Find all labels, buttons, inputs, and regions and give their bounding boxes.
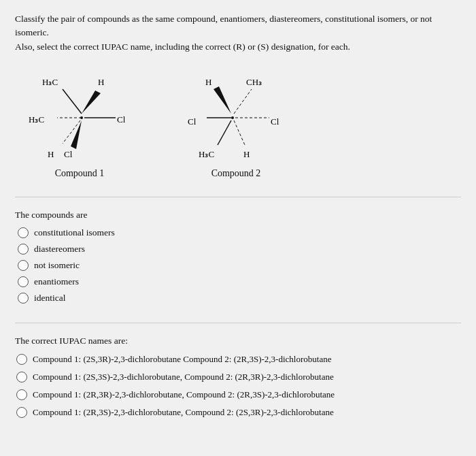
divider1	[15, 197, 461, 197]
iupac-section: The correct IUPAC names are: Compound 1:…	[15, 336, 461, 419]
instructions-block: Classify the pair of compounds as the sa…	[15, 12, 461, 54]
iupac-radio-3[interactable]	[16, 389, 27, 400]
compound1-label: Compound 1	[55, 168, 105, 179]
radio-enantiomers[interactable]	[18, 276, 29, 287]
compound1-structure: H₃C H H₃C Cl H Cl	[22, 65, 137, 165]
c1-h3c-left: H₃C	[29, 114, 44, 125]
c1-wedge-top	[82, 91, 101, 114]
c1-h-top: H	[98, 77, 104, 87]
radio-item-constitutional[interactable]: constitutional isomers	[18, 227, 461, 238]
iupac-radio-4[interactable]	[16, 407, 27, 418]
iupac-title: The correct IUPAC names are:	[15, 336, 461, 346]
iupac-item-2[interactable]: Compound 1: (2S,3S)-2,3-dichlorobutane, …	[16, 371, 461, 383]
svg-line-8	[234, 120, 245, 145]
iupac-label-3: Compound 1: (2R,3R)-2,3-dichlorobutane, …	[33, 389, 335, 401]
compounds-row: H₃C H H₃C Cl H Cl Com	[22, 65, 461, 179]
c2-cl-left: Cl	[188, 116, 197, 127]
iupac-item-3[interactable]: Compound 1: (2R,3R)-2,3-dichlorobutane, …	[16, 389, 461, 401]
radio-diastereomers[interactable]	[18, 244, 29, 255]
c2-h3c-bottom: H₃C	[199, 149, 214, 159]
svg-line-7	[218, 120, 231, 145]
svg-line-4	[234, 89, 252, 114]
radio-enantiomers-label: enantiomers	[34, 276, 79, 287]
radio-constitutional[interactable]	[18, 227, 29, 238]
radio-item-notisomeric[interactable]: not isomeric	[18, 260, 461, 271]
radio-identical[interactable]	[18, 293, 29, 304]
c2-h-bottom: H	[243, 149, 250, 159]
radio-item-enantiomers[interactable]: enantiomers	[18, 276, 461, 287]
iupac-label-2: Compound 1: (2S,3S)-2,3-dichlorobutane, …	[33, 371, 334, 383]
c1-h3c-top: H₃C	[42, 77, 58, 87]
iupac-item-1[interactable]: Compound 1: (2S,3R)-2,3-dichlorobutane C…	[16, 353, 461, 365]
section1-label: The compounds are	[15, 210, 461, 221]
radio-notisomeric[interactable]	[18, 260, 29, 271]
c1-cl-bottom: Cl	[64, 149, 73, 159]
radio-notisomeric-label: not isomeric	[34, 260, 80, 271]
radio-identical-label: identical	[34, 293, 65, 304]
c2-h-top: H	[205, 77, 211, 87]
c1-cl-right: Cl	[117, 114, 126, 125]
c1-h-bottom: H	[48, 149, 54, 159]
radio-item-identical[interactable]: identical	[18, 293, 461, 304]
radio-group: constitutional isomers diastereomers not…	[18, 227, 461, 304]
iupac-radio-1[interactable]	[16, 354, 27, 365]
radio-item-diastereomers[interactable]: diastereomers	[18, 244, 461, 255]
iupac-label-4: Compound 1: (2R,3S)-2,3-dichlorobutane, …	[33, 406, 334, 419]
instruction-line1: Classify the pair of compounds as the sa…	[15, 12, 461, 40]
radio-diastereomers-label: diastereomers	[34, 244, 85, 255]
c2-cl-right: Cl	[271, 116, 279, 127]
instruction-line2: Also, select the correct IUPAC name, inc…	[15, 40, 461, 54]
svg-line-0	[63, 89, 82, 114]
compound2-label: Compound 2	[211, 168, 261, 179]
radio-constitutional-label: constitutional isomers	[34, 227, 115, 238]
compound1-block: H₃C H H₃C Cl H Cl Com	[22, 65, 137, 179]
divider2	[15, 323, 461, 323]
iupac-label-1: Compound 1: (2S,3R)-2,3-dichlorobutane C…	[33, 353, 331, 365]
c2-ch3-top: CH₃	[246, 77, 262, 87]
iupac-item-4[interactable]: Compound 1: (2R,3S)-2,3-dichlorobutane, …	[16, 406, 461, 419]
c1-center	[80, 116, 83, 119]
iupac-options: Compound 1: (2S,3R)-2,3-dichlorobutane C…	[16, 353, 461, 419]
c2-center	[231, 116, 234, 119]
c1-wedge-bottom	[71, 120, 82, 149]
compound2-structure: H CH₃ Cl Cl H₃C H	[178, 65, 294, 165]
iupac-radio-2[interactable]	[16, 372, 27, 382]
compound2-block: H CH₃ Cl Cl H₃C H Compound 2	[178, 65, 294, 179]
c2-wedge-top-left	[214, 86, 231, 114]
